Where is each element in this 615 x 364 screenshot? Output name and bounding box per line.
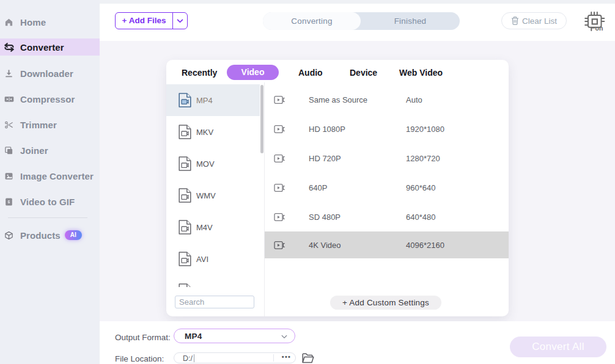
svg-text:on: on <box>595 24 603 31</box>
